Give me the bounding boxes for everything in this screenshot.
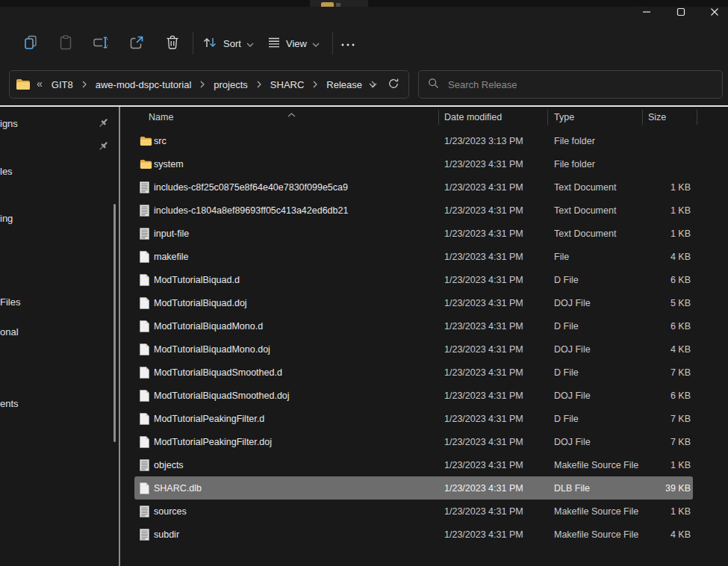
trash-icon — [164, 34, 181, 53]
file-size — [623, 129, 691, 152]
column-resize-handle[interactable] — [642, 110, 643, 125]
close-button[interactable] — [697, 2, 728, 24]
table-row[interactable]: ModTutorialBiquad.doj 1/23/2023 4:31 PM … — [134, 291, 693, 314]
file-date-modified: 1/23/2023 4:31 PM — [444, 268, 549, 291]
file-size: 1 KB — [623, 453, 691, 476]
column-resize-handle[interactable] — [438, 110, 439, 125]
sidebar-scrollbar[interactable] — [113, 204, 116, 442]
sidebar-item-igns[interactable]: igns — [0, 115, 119, 131]
table-row[interactable]: system 1/23/2023 4:31 PM File folder — [134, 152, 693, 175]
file-date-modified: 1/23/2023 4:31 PM — [444, 222, 549, 245]
table-row[interactable]: objects 1/23/2023 4:31 PM Makefile Sourc… — [134, 453, 693, 476]
chevron-right-icon — [255, 81, 263, 88]
file-icon — [140, 482, 149, 494]
table-row[interactable]: ModTutorialBiquadMono.d 1/23/2023 4:31 P… — [134, 314, 693, 338]
breadcrumb-item-sharc[interactable]: SHARC — [267, 78, 308, 92]
table-row[interactable]: ModTutorialBiquadSmoothed.d 1/23/2023 4:… — [134, 361, 693, 384]
maximize-icon — [676, 7, 685, 19]
close-icon — [710, 7, 719, 19]
file-explorer-window: Sort View « GIT8 awe-mod-dspc-tut — [0, 0, 728, 566]
sidebar-item-ents[interactable]: ents — [0, 395, 52, 411]
breadcrumb-item-git8[interactable]: GIT8 — [49, 78, 76, 92]
file-date-modified: 1/23/2023 3:13 PM — [444, 129, 549, 152]
column-header-size[interactable]: Size — [648, 112, 693, 122]
breadcrumb-item-release[interactable]: Release — [323, 78, 365, 92]
table-row[interactable]: src 1/23/2023 3:13 PM File folder — [134, 129, 693, 152]
table-row[interactable]: includes-c1804a8ef89693ff05c413a42ed6db2… — [134, 199, 693, 222]
sidebar-item-pinned[interactable] — [0, 138, 119, 155]
tab-folder-icon — [321, 2, 334, 7]
sort-icon — [202, 36, 218, 52]
file-date-modified: 1/23/2023 4:31 PM — [444, 361, 549, 384]
rename-button[interactable] — [87, 28, 115, 59]
view-button[interactable]: View — [261, 31, 326, 55]
file-date-modified: 1/23/2023 4:31 PM — [444, 314, 549, 338]
sidebar-item-files[interactable]: Files — [0, 293, 52, 310]
refresh-button[interactable] — [388, 78, 399, 92]
table-row[interactable]: input-file 1/23/2023 4:31 PM Text Docume… — [134, 222, 693, 245]
file-icon — [140, 343, 149, 355]
breadcrumb-overflow[interactable]: « — [35, 78, 44, 91]
file-size — [623, 152, 691, 175]
tab-glyph-fragment — [336, 3, 340, 7]
file-name: src — [154, 129, 430, 152]
search-input[interactable] — [448, 79, 713, 90]
file-name: SHARC.dlb — [154, 476, 430, 500]
breadcrumb-item-awe-mod-dspc-tutorial[interactable]: awe-mod-dspc-tutorial — [93, 78, 195, 92]
column-header-name[interactable]: Name — [149, 112, 388, 122]
table-row[interactable]: sources 1/23/2023 4:31 PM Makefile Sourc… — [134, 500, 693, 523]
share-icon — [128, 34, 145, 53]
file-size: 1 KB — [623, 500, 691, 523]
delete-button[interactable] — [158, 28, 187, 59]
file-size: 4 KB — [623, 245, 691, 268]
paste-button[interactable] — [52, 28, 80, 59]
breadcrumb-item-projects[interactable]: projects — [211, 78, 251, 92]
address-bar[interactable]: « GIT8 awe-mod-dspc-tutorial projects SH… — [9, 70, 409, 99]
chevron-down-icon — [312, 38, 320, 49]
text-document-icon — [140, 459, 149, 471]
file-icon — [140, 413, 149, 425]
address-dropdown-button[interactable] — [369, 79, 377, 90]
file-name: ModTutorialPeakingFilter.doj — [154, 430, 430, 453]
file-size: 6 KB — [623, 314, 691, 338]
minimize-button[interactable] — [629, 2, 663, 24]
file-name: includes-c1804a8ef89693ff05c413a42ed6db2… — [154, 199, 430, 222]
file-date-modified: 1/23/2023 4:31 PM — [444, 384, 549, 407]
file-name: subdir — [154, 523, 430, 546]
column-header-date-modified[interactable]: Date modified — [444, 112, 534, 122]
column-resize-handle[interactable] — [547, 110, 548, 125]
column-resize-handle[interactable] — [697, 110, 697, 125]
table-row[interactable]: includes-c8f25c0875e8f64e40e7830f099e5ca… — [134, 175, 693, 199]
table-row[interactable]: ModTutorialBiquadMono.doj 1/23/2023 4:31… — [134, 338, 693, 361]
table-row[interactable]: ModTutorialPeakingFilter.doj 1/23/2023 4… — [134, 430, 693, 453]
table-row[interactable]: subdir 1/23/2023 4:31 PM Makefile Source… — [134, 523, 693, 546]
file-size: 7 KB — [623, 361, 691, 384]
file-name: ModTutorialBiquadSmoothed.d — [154, 361, 430, 384]
copy-button[interactable] — [16, 28, 45, 59]
column-header-type[interactable]: Type — [554, 112, 629, 122]
table-row[interactable]: makefile 1/23/2023 4:31 PM File 4 KB — [134, 245, 693, 268]
file-size: 4 KB — [623, 338, 691, 361]
chevron-right-icon — [311, 81, 319, 88]
file-icon — [140, 297, 149, 309]
share-button[interactable] — [122, 28, 151, 59]
table-row[interactable]: ModTutorialPeakingFilter.d 1/23/2023 4:3… — [134, 407, 693, 430]
table-row[interactable]: ModTutorialBiquadSmoothed.doj 1/23/2023 … — [134, 384, 693, 407]
toolbar-separator — [193, 32, 193, 55]
file-name: ModTutorialBiquadMono.d — [154, 314, 430, 338]
file-name: objects — [154, 453, 430, 476]
breadcrumb: « GIT8 awe-mod-dspc-tutorial projects SH… — [16, 78, 369, 92]
minimize-icon — [642, 7, 651, 19]
sidebar-item-onal[interactable]: onal — [0, 323, 52, 340]
maximize-button[interactable] — [664, 2, 697, 24]
table-row[interactable]: SHARC.dlb 1/23/2023 4:31 PM DLB File 39 … — [134, 476, 693, 500]
sidebar-item-les[interactable]: les — [0, 163, 45, 179]
file-date-modified: 1/23/2023 4:31 PM — [444, 338, 549, 361]
table-row[interactable]: ModTutorialBiquad.d 1/23/2023 4:31 PM D … — [134, 268, 693, 291]
sort-button[interactable]: Sort — [196, 31, 260, 55]
see-more-button[interactable] — [335, 28, 361, 59]
file-size: 7 KB — [623, 407, 691, 430]
toolbar-separator — [332, 32, 333, 55]
file-name: input-file — [154, 222, 430, 245]
sidebar-item-ing[interactable]: ing — [0, 210, 45, 226]
